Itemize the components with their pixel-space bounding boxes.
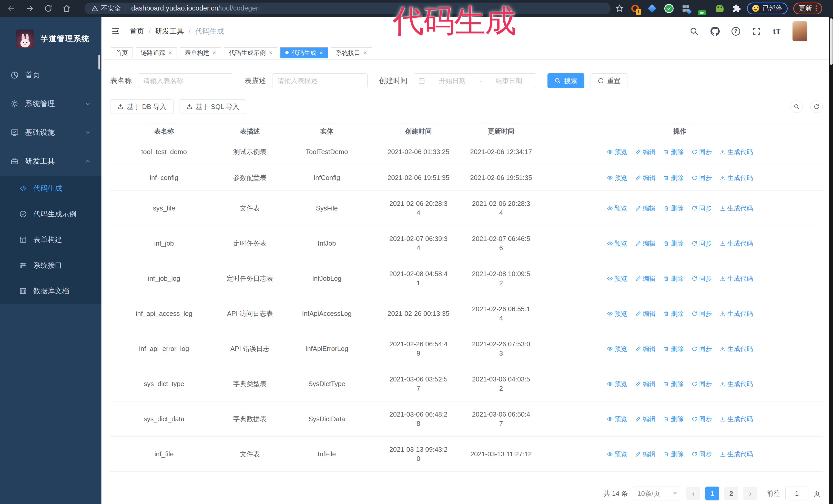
action-preview[interactable]: 预览 xyxy=(607,203,627,213)
prev-page-button[interactable]: ‹ xyxy=(686,486,700,500)
action-edit[interactable]: 编辑 xyxy=(635,203,656,213)
action-preview[interactable]: 预览 xyxy=(607,344,627,353)
sidebar-item-codegen-example[interactable]: 代码生成示例 xyxy=(0,201,101,227)
fullscreen-icon[interactable] xyxy=(752,27,761,36)
extension-icon[interactable]: 1 xyxy=(630,3,640,14)
sidebar-item-dev-tools[interactable]: 研发工具 xyxy=(0,147,101,175)
action-preview[interactable]: 预览 xyxy=(607,274,627,283)
action-generate[interactable]: 生成代码 xyxy=(720,449,753,459)
page-size-select[interactable]: 10条/页 xyxy=(633,486,681,500)
extension-icon[interactable] xyxy=(681,3,691,14)
action-edit[interactable]: 编辑 xyxy=(635,173,656,182)
action-generate[interactable]: 生成代码 xyxy=(720,344,753,353)
close-icon[interactable]: × xyxy=(363,50,367,56)
sidebar-item-form-builder[interactable]: 表单构建 xyxy=(0,227,101,253)
action-edit[interactable]: 编辑 xyxy=(635,147,656,157)
sidebar-item-db-doc[interactable]: 数据库文档 xyxy=(0,278,101,304)
paused-badge[interactable]: 已暂停 xyxy=(747,3,788,14)
address-bar[interactable]: 不安全 dashboard.yudao.iocoder.cn /tool/cod… xyxy=(85,3,611,14)
extension-icon[interactable] xyxy=(647,3,657,14)
sidebar-scrollbar-thumb[interactable] xyxy=(98,55,100,70)
home-icon[interactable] xyxy=(62,4,71,13)
kebab-menu-icon[interactable] xyxy=(815,5,817,11)
action-generate[interactable]: 生成代码 xyxy=(720,414,753,424)
action-generate[interactable]: 生成代码 xyxy=(720,203,753,213)
hide-search-button[interactable] xyxy=(790,100,803,113)
action-sync[interactable]: 同步 xyxy=(691,239,712,248)
action-generate[interactable]: 生成代码 xyxy=(720,274,753,283)
action-edit[interactable]: 编辑 xyxy=(635,344,656,353)
close-icon[interactable]: × xyxy=(213,50,216,56)
action-generate[interactable]: 生成代码 xyxy=(720,173,753,182)
action-delete[interactable]: 删除 xyxy=(663,274,684,283)
tab-home[interactable]: 首页 xyxy=(111,47,133,58)
close-icon[interactable]: × xyxy=(269,50,272,56)
action-sync[interactable]: 同步 xyxy=(691,344,712,353)
sidebar-item-codegen[interactable]: 代码生成 xyxy=(0,175,101,201)
action-edit[interactable]: 编辑 xyxy=(635,274,656,283)
update-button[interactable]: 更新 xyxy=(793,3,822,14)
action-sync[interactable]: 同步 xyxy=(691,147,712,157)
tab-system-api[interactable]: 系统接口× xyxy=(331,47,372,58)
action-delete[interactable]: 删除 xyxy=(663,173,684,182)
action-delete[interactable]: 删除 xyxy=(663,239,684,248)
reset-button[interactable]: 重置 xyxy=(591,73,627,88)
page-button-2[interactable]: 2 xyxy=(724,486,738,500)
breadcrumb-home[interactable]: 首页 xyxy=(130,26,144,36)
action-preview[interactable]: 预览 xyxy=(607,449,627,459)
github-icon[interactable] xyxy=(711,27,720,36)
tab-codegen[interactable]: 代码生成× xyxy=(280,47,328,58)
hamburger-icon[interactable] xyxy=(111,27,120,35)
font-size-icon[interactable]: tT xyxy=(773,27,781,35)
goto-page-input[interactable] xyxy=(785,486,808,500)
app-logo[interactable]: 芋道管理系统 xyxy=(0,17,101,61)
action-generate[interactable]: 生成代码 xyxy=(720,147,753,157)
action-sync[interactable]: 同步 xyxy=(691,379,712,388)
user-avatar[interactable] xyxy=(792,21,807,41)
extension-icon[interactable] xyxy=(715,3,725,14)
search-icon[interactable] xyxy=(689,27,699,36)
close-icon[interactable]: × xyxy=(319,50,323,56)
action-delete[interactable]: 删除 xyxy=(663,309,684,318)
close-icon[interactable]: × xyxy=(168,50,172,56)
reload-icon[interactable] xyxy=(44,4,53,13)
action-preview[interactable]: 预览 xyxy=(607,379,627,388)
action-delete[interactable]: 删除 xyxy=(663,203,684,213)
tab-form-builder[interactable]: 表单构建× xyxy=(180,47,221,58)
action-preview[interactable]: 预览 xyxy=(607,309,627,318)
import-db-button[interactable]: 基于 DB 导入 xyxy=(110,99,173,114)
table-name-input[interactable] xyxy=(138,73,233,88)
action-delete[interactable]: 删除 xyxy=(663,449,684,459)
action-sync[interactable]: 同步 xyxy=(691,309,712,318)
action-delete[interactable]: 删除 xyxy=(663,379,684,388)
back-icon[interactable] xyxy=(7,4,16,13)
extension-icon[interactable]: on xyxy=(698,3,708,14)
forward-icon[interactable] xyxy=(25,4,34,13)
action-edit[interactable]: 编辑 xyxy=(635,379,656,388)
tab-tracing[interactable]: 链路追踪× xyxy=(136,47,177,58)
sidebar-item-system[interactable]: 系统管理 xyxy=(0,90,101,118)
bookmark-star-icon[interactable] xyxy=(615,4,624,13)
security-label[interactable]: 不安全 xyxy=(101,4,121,13)
action-edit[interactable]: 编辑 xyxy=(635,414,656,424)
tab-codegen-example[interactable]: 代码生成示例× xyxy=(224,47,277,58)
import-sql-button[interactable]: 基于 SQL 导入 xyxy=(179,99,246,114)
action-generate[interactable]: 生成代码 xyxy=(720,239,753,248)
browser-scrollbar[interactable] xyxy=(829,17,833,504)
breadcrumb-dev-tools[interactable]: 研发工具 xyxy=(155,26,184,36)
action-sync[interactable]: 同步 xyxy=(691,449,712,459)
search-button[interactable]: 搜索 xyxy=(547,73,585,88)
help-icon[interactable]: ? xyxy=(732,27,740,35)
action-delete[interactable]: 删除 xyxy=(663,344,684,353)
table-desc-input[interactable] xyxy=(272,73,367,88)
scrollbar-thumb[interactable] xyxy=(830,18,833,65)
extensions-puzzle-icon[interactable] xyxy=(732,3,742,14)
action-generate[interactable]: 生成代码 xyxy=(720,379,753,388)
action-delete[interactable]: 删除 xyxy=(663,147,684,157)
date-range-picker[interactable]: 开始日期 - 结束日期 xyxy=(414,73,536,88)
action-preview[interactable]: 预览 xyxy=(607,147,627,157)
sidebar-item-infrastructure[interactable]: 基础设施 xyxy=(0,118,101,147)
action-generate[interactable]: 生成代码 xyxy=(720,309,753,318)
action-preview[interactable]: 预览 xyxy=(607,173,627,182)
action-sync[interactable]: 同步 xyxy=(691,203,712,213)
